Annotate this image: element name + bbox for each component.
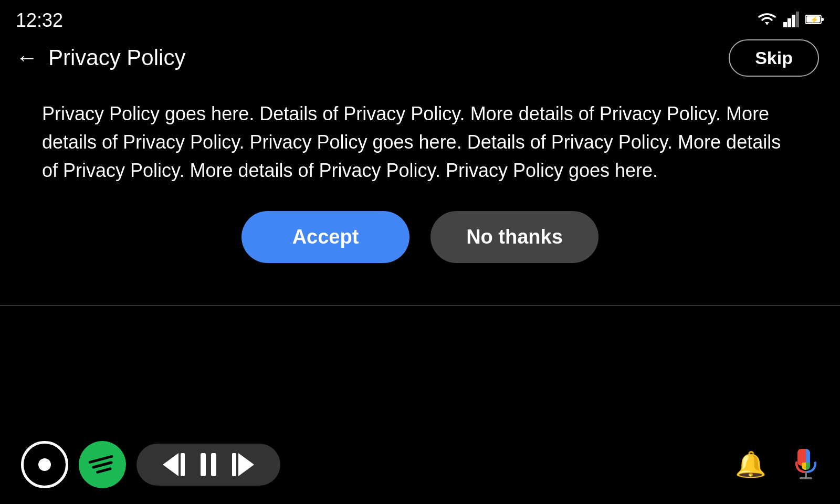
page-title: Privacy Policy bbox=[48, 45, 185, 70]
policy-text: Privacy Policy goes here. Details of Pri… bbox=[42, 100, 798, 185]
svg-rect-4 bbox=[796, 12, 799, 27]
spotify-button[interactable] bbox=[79, 441, 126, 488]
buttons-area: Accept No thanks bbox=[42, 185, 798, 284]
status-time: 12:32 bbox=[16, 9, 63, 32]
svg-rect-13 bbox=[802, 463, 806, 466]
skip-button[interactable]: Skip bbox=[729, 39, 819, 77]
status-bar: 12:32 ⚡ bbox=[0, 0, 840, 37]
pause-icon bbox=[201, 453, 216, 476]
divider bbox=[0, 305, 840, 306]
spotify-icon bbox=[88, 455, 116, 475]
no-thanks-button[interactable]: No thanks bbox=[430, 211, 598, 263]
next-icon bbox=[232, 453, 254, 476]
header-bar: ← Privacy Policy Skip bbox=[0, 37, 840, 84]
svg-rect-3 bbox=[792, 15, 795, 27]
pause-button[interactable] bbox=[201, 453, 216, 476]
header-left: ← Privacy Policy bbox=[16, 45, 185, 70]
battery-icon: ⚡ bbox=[805, 14, 824, 27]
wifi-icon bbox=[757, 12, 777, 29]
svg-text:⚡: ⚡ bbox=[810, 15, 819, 24]
prev-button[interactable] bbox=[163, 453, 185, 476]
media-controls bbox=[136, 444, 280, 486]
bottom-bar: 🔔 bbox=[0, 425, 840, 504]
mic-icon[interactable] bbox=[793, 449, 819, 480]
back-button[interactable]: ← bbox=[16, 47, 38, 69]
svg-rect-14 bbox=[806, 463, 810, 466]
pause-bar-1 bbox=[201, 453, 206, 476]
status-icons: ⚡ bbox=[757, 12, 824, 29]
main-content: Privacy Policy goes here. Details of Pri… bbox=[0, 84, 840, 305]
prev-icon bbox=[163, 453, 185, 476]
accept-button[interactable]: Accept bbox=[242, 211, 410, 263]
bell-icon[interactable]: 🔔 bbox=[735, 450, 766, 479]
signal-icon bbox=[783, 12, 799, 29]
record-inner bbox=[38, 458, 51, 471]
spotify-stripe-3 bbox=[96, 467, 112, 474]
svg-rect-6 bbox=[821, 18, 824, 21]
svg-rect-2 bbox=[788, 18, 791, 27]
bottom-left bbox=[21, 441, 280, 488]
bottom-right: 🔔 bbox=[735, 449, 819, 480]
svg-rect-1 bbox=[783, 22, 787, 27]
pause-bar-2 bbox=[211, 453, 216, 476]
record-button[interactable] bbox=[21, 441, 68, 488]
next-button[interactable] bbox=[232, 453, 254, 476]
svg-marker-0 bbox=[765, 22, 769, 25]
